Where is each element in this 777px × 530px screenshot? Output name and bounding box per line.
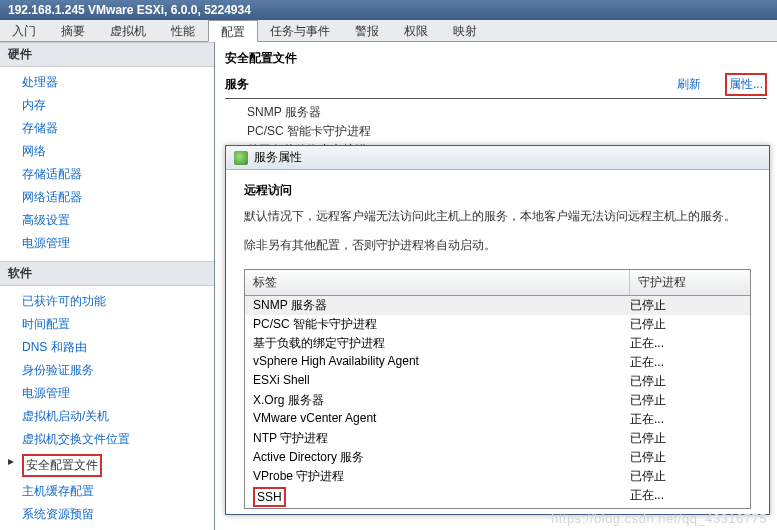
cell-daemon: 已停止 <box>630 297 742 314</box>
cell-label: 基于负载的绑定守护进程 <box>253 335 630 352</box>
sidebar-sw-item[interactable]: 已获许可的功能 <box>0 290 214 313</box>
properties-link[interactable]: 属性... <box>725 73 767 96</box>
cell-daemon: 已停止 <box>630 468 742 485</box>
sidebar-hw-item[interactable]: 高级设置 <box>0 209 214 232</box>
page-title: 安全配置文件 <box>225 48 767 73</box>
dialog-text-2: 除非另有其他配置，否则守护进程将自动启动。 <box>244 236 751 255</box>
table-row[interactable]: vSphere High Availability Agent正在... <box>245 353 750 372</box>
service-row: PC/SC 智能卡守护进程 <box>247 122 767 141</box>
sidebar-sw-item[interactable]: 时间配置 <box>0 313 214 336</box>
service-properties-dialog: 服务属性 远程访问 默认情况下，远程客户端无法访问此主机上的服务，本地客户端无法… <box>225 145 770 515</box>
sidebar-hw-item[interactable]: 存储适配器 <box>0 163 214 186</box>
sidebar-sw-item[interactable]: 系统资源预留 <box>0 503 214 526</box>
sidebar-sw-item[interactable]: 主机缓存配置 <box>0 480 214 503</box>
cell-daemon: 已停止 <box>630 392 742 409</box>
cell-daemon: 已停止 <box>630 430 742 447</box>
services-table: 标签 守护进程 SNMP 服务器已停止PC/SC 智能卡守护进程已停止基于负载的… <box>244 269 751 509</box>
cell-daemon: 已停止 <box>630 316 742 333</box>
tab-1[interactable]: 摘要 <box>49 20 98 41</box>
sidebar-hw-item[interactable]: 存储器 <box>0 117 214 140</box>
tab-7[interactable]: 权限 <box>392 20 441 41</box>
table-row[interactable]: 基于负载的绑定守护进程正在... <box>245 334 750 353</box>
cell-label: NTP 守护进程 <box>253 430 630 447</box>
cell-label: vSphere High Availability Agent <box>253 354 630 371</box>
sidebar-sw-item[interactable]: 代理虚拟机设置 <box>0 526 214 530</box>
caret-icon: ▸ <box>8 454 14 468</box>
sidebar: 硬件 处理器内存存储器网络存储适配器网络适配器高级设置电源管理 软件 已获许可的… <box>0 42 215 530</box>
cell-label: PC/SC 智能卡守护进程 <box>253 316 630 333</box>
sidebar-hw-item[interactable]: 内存 <box>0 94 214 117</box>
vsphere-icon <box>234 151 248 165</box>
dialog-text-1: 默认情况下，远程客户端无法访问此主机上的服务，本地客户端无法访问远程主机上的服务… <box>244 207 751 226</box>
col-label[interactable]: 标签 <box>245 270 630 295</box>
sidebar-hw-item[interactable]: 处理器 <box>0 71 214 94</box>
tab-0[interactable]: 入门 <box>0 20 49 41</box>
sidebar-sw-item[interactable]: ▸安全配置文件 <box>0 451 214 480</box>
table-row[interactable]: X.Org 服务器已停止 <box>245 391 750 410</box>
tab-4[interactable]: 配置 <box>208 20 258 42</box>
sidebar-header-hardware: 硬件 <box>0 42 214 67</box>
window-title: 192.168.1.245 VMware ESXi, 6.0.0, 522493… <box>0 0 777 20</box>
sidebar-hw-item[interactable]: 网络 <box>0 140 214 163</box>
dialog-title: 服务属性 <box>254 149 302 166</box>
table-header: 标签 守护进程 <box>245 270 750 296</box>
sidebar-sw-item[interactable]: 电源管理 <box>0 382 214 405</box>
cell-daemon: 正在... <box>630 354 742 371</box>
tab-2[interactable]: 虚拟机 <box>98 20 159 41</box>
sidebar-sw-item[interactable]: DNS 和路由 <box>0 336 214 359</box>
cell-daemon: 已停止 <box>630 449 742 466</box>
cell-daemon: 正在... <box>630 335 742 352</box>
tab-8[interactable]: 映射 <box>441 20 490 41</box>
cell-label: SSH <box>253 487 630 507</box>
sidebar-sw-item[interactable]: 虚拟机交换文件位置 <box>0 428 214 451</box>
dialog-titlebar[interactable]: 服务属性 <box>226 146 769 170</box>
cell-label: SNMP 服务器 <box>253 297 630 314</box>
table-row[interactable]: VProbe 守护进程已停止 <box>245 467 750 486</box>
cell-label: ESXi Shell <box>253 373 630 390</box>
sidebar-sw-item[interactable]: 身份验证服务 <box>0 359 214 382</box>
service-row: SNMP 服务器 <box>247 103 767 122</box>
sidebar-sw-item[interactable]: 虚拟机启动/关机 <box>0 405 214 428</box>
sidebar-hw-item[interactable]: 网络适配器 <box>0 186 214 209</box>
refresh-link[interactable]: 刷新 <box>677 76 701 93</box>
tabstrip: 入门摘要虚拟机性能配置任务与事件警报权限映射 <box>0 20 777 42</box>
table-row[interactable]: SSH正在... <box>245 486 750 508</box>
cell-daemon: 正在... <box>630 487 742 507</box>
sidebar-header-software: 软件 <box>0 261 214 286</box>
cell-label: VMware vCenter Agent <box>253 411 630 428</box>
cell-daemon: 已停止 <box>630 373 742 390</box>
col-daemon[interactable]: 守护进程 <box>630 270 750 295</box>
tab-3[interactable]: 性能 <box>159 20 208 41</box>
table-row[interactable]: PC/SC 智能卡守护进程已停止 <box>245 315 750 334</box>
table-row[interactable]: Active Directory 服务已停止 <box>245 448 750 467</box>
tab-6[interactable]: 警报 <box>343 20 392 41</box>
services-label: 服务 <box>225 76 249 93</box>
table-row[interactable]: VMware vCenter Agent正在... <box>245 410 750 429</box>
table-row[interactable]: ESXi Shell已停止 <box>245 372 750 391</box>
cell-label: X.Org 服务器 <box>253 392 630 409</box>
cell-daemon: 正在... <box>630 411 742 428</box>
table-row[interactable]: SNMP 服务器已停止 <box>245 296 750 315</box>
table-row[interactable]: NTP 守护进程已停止 <box>245 429 750 448</box>
cell-label: Active Directory 服务 <box>253 449 630 466</box>
dialog-section-heading: 远程访问 <box>244 182 751 199</box>
cell-label: VProbe 守护进程 <box>253 468 630 485</box>
tab-5[interactable]: 任务与事件 <box>258 20 343 41</box>
sidebar-hw-item[interactable]: 电源管理 <box>0 232 214 255</box>
